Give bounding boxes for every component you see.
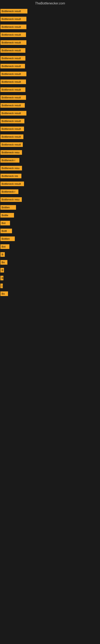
bottleneck-bar: Bottleneck resu <box>0 197 22 202</box>
bar-row: Bottleneck result <box>0 78 100 85</box>
bottleneck-bar: Bottleneck result <box>0 40 26 45</box>
bar-row: Bottleneck result <box>0 180 100 187</box>
bar-row: Bottl <box>0 228 100 234</box>
bar-row: Bottleneck result <box>0 62 100 70</box>
bottleneck-bar: Bot <box>0 221 10 226</box>
bottleneck-bar: Bottlen <box>0 236 15 241</box>
bar-row: Bottleneck result <box>0 47 100 54</box>
bottleneck-bar: Bottleneck result <box>0 80 26 84</box>
bar-row: Bo <box>0 259 100 266</box>
bar-row: Bottleneck result <box>0 94 100 101</box>
bars-container: Bottleneck resultBottleneck resultBottle… <box>0 8 100 297</box>
bottleneck-bar: Bottleneck result <box>0 103 25 108</box>
bar-row: Bottleneck result <box>0 23 100 30</box>
bar-row: Bot <box>0 220 100 226</box>
bottleneck-bar: Bottleneck resu <box>0 150 22 155</box>
bar-row: Bottleneck res <box>0 172 100 180</box>
bottleneck-bar: Bottleneck result <box>0 182 24 186</box>
site-title: TheBottlenecker.com <box>0 0 100 7</box>
bottleneck-bar: Bottleneck result <box>0 72 26 76</box>
bottleneck-bar: Bottleneck result <box>0 142 23 147</box>
bar-row: B <box>0 251 100 258</box>
bar-row: Bottlen <box>0 235 100 242</box>
bottleneck-bar: Bottleneck result <box>0 134 23 139</box>
bottleneck-bar: Bottleneck result <box>0 24 26 29</box>
bottleneck-bar: Bottleneck r <box>0 190 18 194</box>
bar-row: Bottleneck result <box>0 8 100 15</box>
bottleneck-bar: Bottleneck result <box>0 87 25 92</box>
bottleneck-bar: B <box>0 268 4 272</box>
bar-row: | <box>0 282 100 290</box>
bottleneck-bar: Bottleneck result <box>0 48 25 53</box>
bar-row: B <box>0 274 100 282</box>
bottleneck-bar: Bottleneck res <box>0 174 21 178</box>
bar-row: Bottleneck result <box>0 86 100 93</box>
bottleneck-bar: Bottleneck result <box>0 119 24 123</box>
bar-row: Bottleneck resu <box>0 164 100 172</box>
bar-row: Bottleneck result <box>0 16 100 22</box>
bar-row: Bottle <box>0 212 100 219</box>
bar-row: Bottleneck result <box>0 70 100 78</box>
bar-row: B <box>0 267 100 274</box>
bottleneck-bar: Bottleneck result <box>0 111 26 116</box>
bottleneck-bar: Bottleneck result <box>0 126 24 131</box>
bar-row: Bottleneck result <box>0 39 100 46</box>
bottleneck-bar: Bo <box>0 292 8 296</box>
bar-row: Bottleneck resu <box>0 149 100 156</box>
bottleneck-bar: Bottleneck result <box>0 32 26 37</box>
bottleneck-bar: Bottleneck result <box>0 17 26 21</box>
bottleneck-bar: Bottleneck result <box>0 56 25 60</box>
bottleneck-bar: Bottleneck result <box>0 95 26 100</box>
bottleneck-bar: Bottleneck resu <box>0 166 22 170</box>
bar-row: Bottleneck r <box>0 188 100 195</box>
bottleneck-bar: Bottlen <box>0 205 16 210</box>
bottleneck-bar: B <box>0 276 3 280</box>
bar-row: Bo <box>0 290 100 297</box>
bar-row: Bottleneck result <box>0 118 100 124</box>
bar-row: Bottleneck result <box>0 102 100 109</box>
bar-row: Bottleneck result <box>0 126 100 132</box>
bar-row: Bottlen <box>0 204 100 211</box>
bottleneck-bar: | <box>0 284 3 288</box>
bar-row: Bottleneck resu <box>0 196 100 203</box>
bar-row: Bottleneck result <box>0 141 100 148</box>
bar-row: Bottleneck result <box>0 133 100 140</box>
bottleneck-bar: Bot <box>0 244 9 249</box>
bottleneck-bar: Bottleneck r <box>0 158 19 162</box>
bottleneck-bar: B <box>0 252 5 257</box>
bottleneck-bar: Bottleneck result <box>0 9 27 14</box>
bottleneck-bar: Bottleneck result <box>0 64 25 68</box>
bottleneck-bar: Bottl <box>0 228 12 233</box>
bar-row: Bottleneck result <box>0 55 100 62</box>
bar-row: Bottleneck result <box>0 110 100 117</box>
bottleneck-bar: Bo <box>0 260 7 265</box>
bar-row: Bottleneck result <box>0 31 100 38</box>
bar-row: Bot <box>0 243 100 250</box>
bar-row: Bottleneck r <box>0 157 100 164</box>
bottleneck-bar: Bottle <box>0 213 14 218</box>
